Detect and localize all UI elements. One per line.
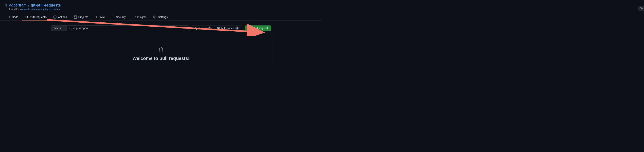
project-icon <box>74 16 77 18</box>
tab-label: Security <box>116 16 126 18</box>
svg-point-2 <box>162 50 163 51</box>
milestones-label: Milestones <box>221 26 234 30</box>
tab-security[interactable]: Security <box>109 14 128 20</box>
tab-label: Code <box>12 16 18 18</box>
repo-owner-link[interactable]: adbertram <box>9 3 26 8</box>
tab-label: Projects <box>78 16 88 18</box>
forked-from-prefix: forked from <box>9 8 21 10</box>
milestones-count: 0 <box>235 26 239 30</box>
pull-request-large-icon <box>57 46 265 52</box>
svg-point-1 <box>159 50 160 51</box>
pull-request-icon <box>25 16 28 18</box>
labels-label: Labels <box>199 26 207 30</box>
filters-label: Filters <box>54 26 61 30</box>
search-field[interactable] <box>67 26 189 31</box>
tab-label: Wiki <box>100 16 104 18</box>
filters-button[interactable]: Filters <box>51 26 67 31</box>
forked-from-link[interactable]: Adam-the-Automator/git-pull-requests <box>21 8 60 10</box>
labels-button[interactable]: Labels 9 <box>192 26 214 31</box>
graph-icon <box>133 16 136 18</box>
milestones-button[interactable]: Milestones 0 <box>214 26 242 31</box>
svg-point-0 <box>159 47 160 48</box>
tab-insights[interactable]: Insights <box>130 14 149 20</box>
tab-label: Pull requests <box>30 16 46 18</box>
tag-icon <box>195 26 198 30</box>
search-input[interactable] <box>73 26 187 30</box>
shield-icon <box>112 16 114 18</box>
tab-projects[interactable]: Projects <box>71 14 91 20</box>
tab-actions[interactable]: Actions <box>51 14 70 20</box>
play-icon <box>54 16 56 18</box>
book-icon <box>95 16 98 18</box>
tab-wiki[interactable]: Wiki <box>92 14 107 20</box>
forked-from: forked from Adam-the-Automator/git-pull-… <box>9 8 318 10</box>
repo-tabs: Code Pull requests Actions Projects Wiki… <box>0 14 322 21</box>
fork-icon <box>4 4 8 7</box>
path-separator: / <box>28 3 29 8</box>
tab-label: Settings <box>158 16 168 18</box>
tab-settings[interactable]: Settings <box>151 14 170 20</box>
gear-icon <box>153 16 156 18</box>
code-icon <box>7 16 10 18</box>
repo-title: adbertram / git-pull-requests <box>4 3 318 8</box>
caret-down-icon <box>62 27 64 29</box>
milestone-icon <box>217 26 220 30</box>
filter-bar: Filters Labels 9 Milestones 0 New pull r… <box>51 25 271 31</box>
new-pull-request-button[interactable]: New pull request <box>245 26 271 31</box>
tab-label: Actions <box>58 16 67 18</box>
search-icon <box>69 26 72 30</box>
labels-count: 9 <box>208 26 212 30</box>
repo-name-link[interactable]: git-pull-requests <box>31 3 61 8</box>
welcome-panel: Welcome to pull requests! <box>51 34 271 68</box>
welcome-title: Welcome to pull requests! <box>57 56 265 61</box>
tab-code[interactable]: Code <box>4 14 21 20</box>
tab-label: Insights <box>137 16 146 18</box>
tab-pull-requests[interactable]: Pull requests <box>22 14 49 20</box>
